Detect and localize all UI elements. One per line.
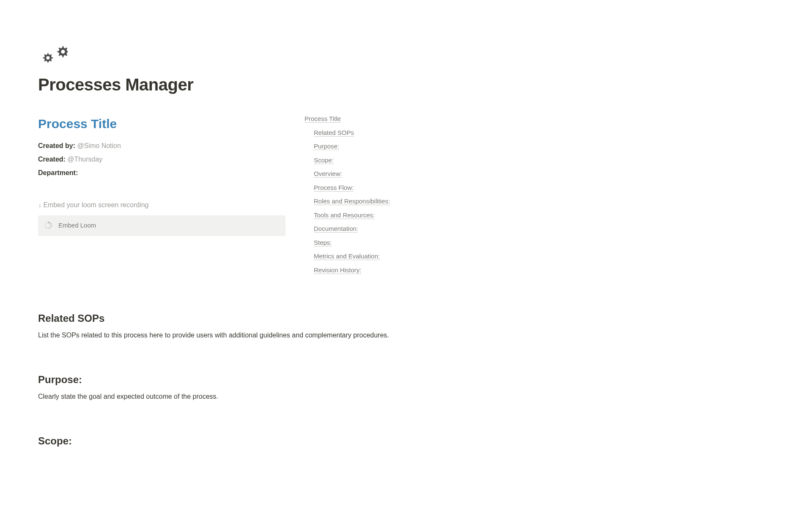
created-row: Created: @Thursday — [38, 154, 285, 164]
toc-item-3[interactable]: Scope: — [304, 156, 390, 165]
created-by-value[interactable]: @Simo Notion — [77, 142, 121, 149]
embed-loom-block[interactable]: Embed Loom — [38, 215, 285, 236]
created-label: Created: — [38, 156, 66, 163]
created-by-label: Created by: — [38, 142, 75, 149]
toc-item-10[interactable]: Metrics and Evaluation: — [304, 252, 390, 261]
related-sops-heading: Related SOPs — [38, 311, 419, 326]
svg-rect-6 — [48, 227, 49, 229]
svg-rect-2 — [50, 223, 52, 225]
svg-rect-1 — [49, 222, 51, 224]
svg-rect-11 — [46, 222, 48, 224]
loading-spinner-icon — [44, 221, 52, 230]
svg-rect-8 — [45, 226, 47, 228]
svg-rect-0 — [48, 222, 49, 223]
svg-rect-10 — [45, 223, 47, 225]
department-label: Department: — [38, 169, 78, 176]
created-by-row: Created by: @Simo Notion — [38, 141, 285, 151]
toc-item-5[interactable]: Process Flow: — [304, 183, 390, 193]
toc-item-4[interactable]: Overview: — [304, 169, 390, 179]
embed-hint: ↓ Embed your loom screen recording — [38, 200, 285, 210]
purpose-body: Clearly state the goal and expected outc… — [38, 392, 419, 402]
gears-icon — [38, 36, 774, 69]
process-title-heading: Process Title — [38, 114, 285, 133]
toc-item-9[interactable]: Steps: — [304, 238, 390, 248]
department-row: Department: — [38, 168, 285, 178]
created-value[interactable]: @Thursday — [67, 156, 102, 163]
svg-rect-4 — [50, 226, 52, 228]
section-related-sops: Related SOPs List the SOPs related to th… — [38, 311, 419, 340]
section-purpose: Purpose: Clearly state the goal and expe… — [38, 372, 419, 402]
toc-item-6[interactable]: Roles and Responsibilities: — [304, 197, 390, 206]
embed-loom-label: Embed Loom — [58, 221, 96, 230]
svg-rect-7 — [46, 227, 48, 229]
toc-item-11[interactable]: Revision History: — [304, 266, 390, 275]
scope-heading: Scope: — [38, 433, 419, 449]
purpose-heading: Purpose: — [38, 372, 419, 387]
toc-item-8[interactable]: Documentation: — [304, 224, 390, 234]
toc-item-0[interactable]: Process Title — [304, 114, 390, 124]
page-title: Processes Manager — [38, 72, 774, 97]
section-scope: Scope: — [38, 433, 419, 449]
related-sops-body: List the SOPs related to this process he… — [38, 330, 419, 340]
table-of-contents: Process TitleRelated SOPsPurpose:Scope:O… — [302, 114, 390, 279]
svg-rect-5 — [49, 227, 51, 229]
svg-rect-3 — [50, 225, 52, 226]
toc-item-2[interactable]: Purpose: — [304, 142, 390, 151]
svg-rect-9 — [44, 225, 46, 226]
toc-item-1[interactable]: Related SOPs — [304, 128, 390, 138]
toc-item-7[interactable]: Tools and Resources: — [304, 211, 390, 220]
